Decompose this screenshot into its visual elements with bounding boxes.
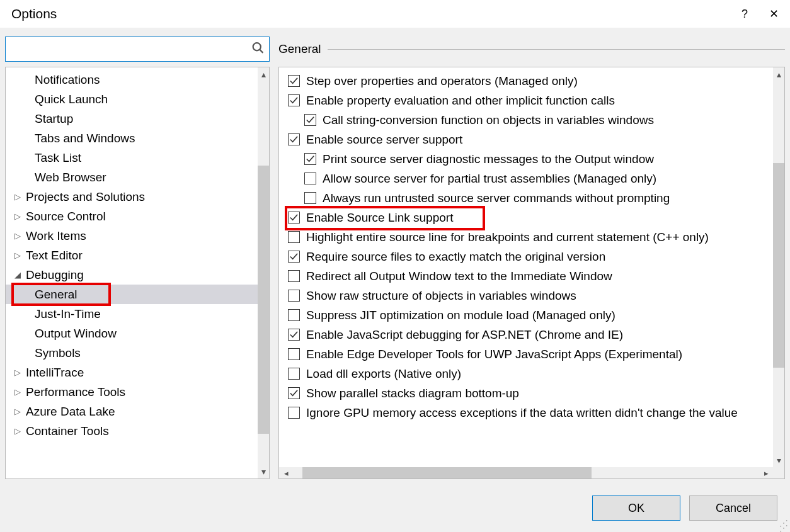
options-vertical-scrollbar[interactable]: ▴ ▾ bbox=[773, 67, 784, 467]
tree-item-label: Output Window bbox=[35, 327, 117, 341]
checkbox[interactable] bbox=[288, 407, 300, 419]
tree-item[interactable]: Tabs and Windows bbox=[6, 128, 258, 148]
chevron-right-icon[interactable]: ▷ bbox=[13, 192, 22, 201]
option-item[interactable]: Print source server diagnostic messages … bbox=[288, 149, 773, 169]
checkbox[interactable] bbox=[288, 75, 300, 87]
option-item[interactable]: Redirect all Output Window text to the I… bbox=[288, 266, 773, 286]
scroll-up-icon[interactable]: ▴ bbox=[261, 67, 266, 81]
tree-item[interactable]: ◢Debugging bbox=[6, 265, 258, 285]
chevron-right-icon[interactable]: ▷ bbox=[13, 368, 22, 377]
scroll-down-icon[interactable]: ▾ bbox=[777, 453, 781, 467]
checkbox[interactable] bbox=[304, 192, 316, 204]
option-item[interactable]: Ignore GPU memory access exceptions if t… bbox=[288, 403, 773, 422]
option-item[interactable]: Call string-conversion function on objec… bbox=[288, 110, 773, 130]
checkbox[interactable] bbox=[304, 114, 316, 126]
option-label: Suppress JIT optimization on module load… bbox=[306, 308, 615, 322]
tree-item-label: Symbols bbox=[35, 346, 81, 360]
tree-item[interactable]: ▷IntelliTrace bbox=[6, 363, 258, 382]
tree-item[interactable]: Just-In-Time bbox=[6, 304, 258, 324]
search-input[interactable] bbox=[5, 37, 270, 62]
chevron-right-icon[interactable]: ▷ bbox=[13, 387, 22, 397]
option-item[interactable]: Enable Edge Developer Tools for UWP Java… bbox=[288, 344, 773, 364]
cancel-button[interactable]: Cancel bbox=[689, 495, 777, 521]
option-label: Highlight entire source line for breakpo… bbox=[306, 230, 709, 244]
tree-item[interactable]: ▷Source Control bbox=[6, 207, 258, 226]
chevron-down-icon[interactable]: ◢ bbox=[13, 270, 22, 280]
chevron-right-icon[interactable]: ▷ bbox=[13, 251, 22, 260]
tree-item[interactable]: ▷Text Editor bbox=[6, 246, 258, 265]
option-item[interactable]: Suppress JIT optimization on module load… bbox=[288, 305, 773, 325]
tree-item-label: Text Editor bbox=[26, 249, 83, 263]
resize-grip-icon[interactable]: ⋰⋰ bbox=[779, 521, 789, 531]
checkbox[interactable] bbox=[288, 133, 300, 145]
option-item[interactable]: Step over properties and operators (Mana… bbox=[288, 71, 773, 91]
tree-item[interactable]: ▷Work Items bbox=[6, 226, 258, 246]
option-item[interactable]: Enable property evaluation and other imp… bbox=[288, 91, 773, 110]
tree-item[interactable]: Startup bbox=[6, 109, 258, 128]
chevron-right-icon[interactable]: ▷ bbox=[13, 212, 22, 221]
tree-item-label: Web Browser bbox=[35, 171, 106, 184]
option-label: Call string-conversion function on objec… bbox=[323, 113, 654, 127]
checkbox[interactable] bbox=[288, 94, 300, 106]
checkbox[interactable] bbox=[288, 348, 300, 360]
tree-item-label: Projects and Solutions bbox=[26, 190, 145, 204]
tree-item[interactable]: ▷Azure Data Lake bbox=[6, 402, 258, 421]
checkbox[interactable] bbox=[288, 387, 300, 399]
checkbox[interactable] bbox=[304, 173, 316, 184]
checkbox[interactable] bbox=[304, 153, 316, 165]
tree-item[interactable]: ▷Projects and Solutions bbox=[6, 187, 258, 207]
scroll-left-icon[interactable]: ◂ bbox=[279, 467, 293, 478]
option-item[interactable]: Always run untrusted source server comma… bbox=[288, 188, 773, 208]
checkbox[interactable] bbox=[288, 329, 300, 341]
tree-item-label: Task List bbox=[35, 151, 81, 165]
tree-item[interactable]: Symbols bbox=[6, 343, 258, 363]
chevron-right-icon[interactable]: ▷ bbox=[13, 231, 22, 241]
checkbox[interactable] bbox=[288, 368, 300, 380]
scroll-down-icon[interactable]: ▾ bbox=[261, 465, 266, 478]
tree-item[interactable]: Notifications bbox=[6, 70, 258, 89]
tree-vertical-scrollbar[interactable]: ▴ ▾ bbox=[258, 67, 269, 478]
option-label: Print source server diagnostic messages … bbox=[323, 152, 654, 166]
options-panel: Step over properties and operators (Mana… bbox=[278, 67, 785, 479]
tree-item[interactable]: Quick Launch bbox=[6, 89, 258, 109]
tree-item[interactable]: Output Window bbox=[6, 324, 258, 343]
search-icon[interactable] bbox=[251, 42, 265, 57]
tree-item-label: General bbox=[35, 288, 77, 302]
options-hscroll-thumb[interactable] bbox=[302, 467, 592, 478]
option-label: Step over properties and operators (Mana… bbox=[306, 74, 578, 88]
section-header-label: General bbox=[278, 42, 321, 56]
scroll-right-icon[interactable]: ▸ bbox=[759, 467, 773, 478]
option-label: Redirect all Output Window text to the I… bbox=[306, 269, 612, 283]
option-label: Allow source server for partial trust as… bbox=[323, 172, 656, 186]
options-scroll-thumb[interactable] bbox=[773, 163, 784, 368]
close-icon[interactable]: ✕ bbox=[769, 8, 779, 20]
tree-item[interactable]: ▷Performance Tools bbox=[6, 382, 258, 402]
options-horizontal-scrollbar[interactable]: ◂ ▸ bbox=[279, 467, 784, 478]
checkbox[interactable] bbox=[288, 251, 300, 263]
option-item[interactable]: Show parallel stacks diagram bottom-up bbox=[288, 383, 773, 403]
checkbox[interactable] bbox=[288, 231, 300, 243]
checkbox[interactable] bbox=[288, 212, 300, 224]
option-item[interactable]: Enable JavaScript debugging for ASP.NET … bbox=[288, 325, 773, 344]
tree-item[interactable]: ▷Container Tools bbox=[6, 421, 258, 441]
checkbox[interactable] bbox=[288, 309, 300, 321]
tree-item[interactable]: Web Browser bbox=[6, 167, 258, 187]
option-item[interactable]: Load dll exports (Native only) bbox=[288, 364, 773, 383]
tree-item[interactable]: Task List bbox=[6, 148, 258, 167]
chevron-right-icon[interactable]: ▷ bbox=[13, 426, 22, 436]
option-item[interactable]: Highlight entire source line for breakpo… bbox=[288, 227, 773, 247]
scroll-up-icon[interactable]: ▴ bbox=[777, 67, 781, 81]
tree-scroll-thumb[interactable] bbox=[258, 166, 269, 434]
chevron-right-icon[interactable]: ▷ bbox=[13, 407, 22, 416]
tree-item[interactable]: General bbox=[6, 285, 258, 304]
option-item[interactable]: Enable source server support bbox=[288, 130, 773, 149]
option-item[interactable]: Enable Source Link support bbox=[288, 208, 773, 227]
tree-item-label: Notifications bbox=[35, 73, 100, 87]
ok-button[interactable]: OK bbox=[592, 495, 680, 521]
option-item[interactable]: Show raw structure of objects in variabl… bbox=[288, 286, 773, 305]
option-item[interactable]: Require source files to exactly match th… bbox=[288, 247, 773, 266]
help-icon[interactable]: ? bbox=[741, 8, 748, 20]
checkbox[interactable] bbox=[288, 270, 300, 282]
option-item[interactable]: Allow source server for partial trust as… bbox=[288, 169, 773, 188]
checkbox[interactable] bbox=[288, 290, 300, 302]
